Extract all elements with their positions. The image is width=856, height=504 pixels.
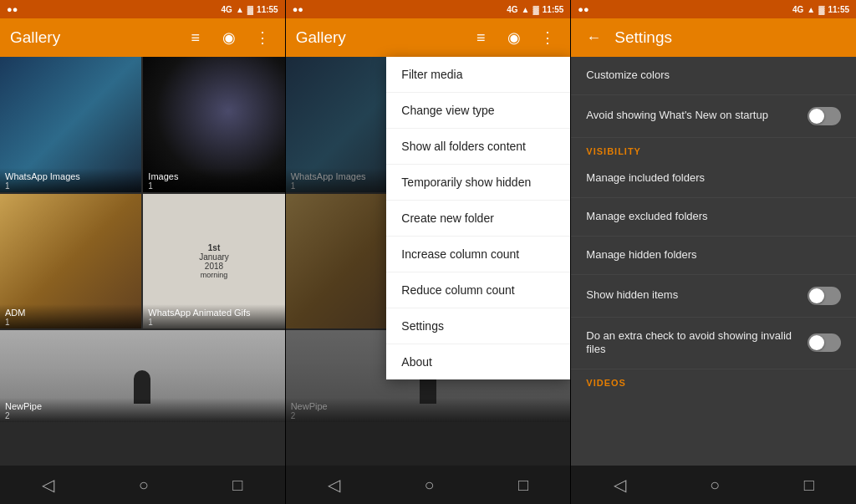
wifi-icon-3: ●● bbox=[578, 4, 588, 14]
wifi-icon: ●● bbox=[7, 4, 18, 14]
nav-bar-3: ◁ ○ □ bbox=[571, 466, 856, 504]
battery-icon: ▓ bbox=[247, 5, 253, 14]
menu-create-new-folder[interactable]: Create new folder bbox=[386, 201, 570, 237]
recents-nav-3[interactable]: □ bbox=[804, 476, 814, 495]
extra-check-toggle[interactable] bbox=[808, 333, 841, 352]
show-hidden-toggle[interactable] bbox=[808, 287, 841, 305]
visibility-section-label: VISIBILITY bbox=[571, 138, 856, 160]
manage-excluded-label: Manage excluded folders bbox=[586, 210, 841, 224]
settings-customize-colors[interactable]: Customize colors bbox=[571, 57, 856, 95]
status-bar-2: ●● 4G ▲ ▓ 11:55 bbox=[286, 0, 571, 18]
network-type: 4G bbox=[222, 5, 232, 14]
network-type-3: 4G bbox=[792, 5, 803, 14]
status-left-3: ●● bbox=[578, 4, 588, 14]
menu-settings[interactable]: Settings bbox=[386, 308, 570, 344]
item-label-2-newpipe: NewPipe 2 bbox=[286, 398, 571, 422]
manage-hidden-label: Manage hidden folders bbox=[586, 248, 841, 262]
menu-temporarily-show-hidden[interactable]: Temporarily show hidden bbox=[386, 165, 570, 201]
customize-colors-label: Customize colors bbox=[586, 69, 841, 83]
menu-about[interactable]: About bbox=[386, 344, 570, 379]
status-left: ●● bbox=[7, 4, 18, 14]
home-nav-2[interactable]: ○ bbox=[424, 476, 434, 495]
menu-filter-media[interactable]: Filter media bbox=[386, 57, 570, 93]
time-display-2: 11:55 bbox=[543, 5, 564, 14]
settings-avoid-whats-new[interactable]: Avoid showing What's New on startup bbox=[571, 95, 856, 138]
back-nav[interactable]: ◁ bbox=[42, 475, 54, 495]
avoid-whats-new-label: Avoid showing What's New on startup bbox=[586, 109, 808, 123]
settings-manage-excluded[interactable]: Manage excluded folders bbox=[571, 198, 856, 237]
gallery-title-2: Gallery bbox=[296, 28, 461, 47]
menu-reduce-column-count[interactable]: Reduce column count bbox=[386, 272, 570, 308]
item-label: WhatsApp Animated Gifs 1 bbox=[143, 304, 284, 328]
app-bar-3: ← Settings bbox=[571, 18, 856, 57]
extra-check-label: Do an extra check to avoid showing inval… bbox=[586, 329, 808, 358]
item-label: NewPipe 2 bbox=[0, 398, 285, 422]
more-button[interactable]: ⋮ bbox=[250, 25, 275, 50]
gallery-grid-1: WhatsApp Images 1 Images 1 ADM 1 1st Jan… bbox=[0, 57, 285, 466]
nav-bar-2: ◁ ○ □ bbox=[286, 466, 571, 504]
more-button-2[interactable]: ⋮ bbox=[535, 25, 560, 50]
settings-extra-check[interactable]: Do an extra check to avoid showing inval… bbox=[571, 318, 856, 370]
manage-included-label: Manage included folders bbox=[586, 171, 841, 186]
avoid-whats-new-toggle[interactable] bbox=[808, 107, 841, 125]
status-bar-1: ●● 4G ▲ ▓ 11:55 bbox=[0, 0, 285, 18]
sort-button[interactable]: ≡ bbox=[183, 25, 208, 50]
signal-icon: ▲ bbox=[236, 5, 244, 14]
item-label: ADM 1 bbox=[0, 304, 141, 328]
time-display: 11:55 bbox=[257, 5, 278, 14]
settings-list: Customize colors Avoid showing What's Ne… bbox=[571, 57, 856, 466]
nav-bar-1: ◁ ○ □ bbox=[0, 466, 285, 504]
home-nav[interactable]: ○ bbox=[139, 476, 149, 495]
item-label: WhatsApp Images 1 bbox=[0, 168, 141, 192]
item-label: Images 1 bbox=[143, 168, 284, 192]
time-display-3: 11:55 bbox=[828, 5, 849, 14]
back-nav-3[interactable]: ◁ bbox=[614, 475, 626, 495]
status-bar-3: ●● 4G ▲ ▓ 11:55 bbox=[571, 0, 856, 18]
status-right-3: 4G ▲ ▓ 11:55 bbox=[792, 5, 849, 14]
network-type-2: 4G bbox=[507, 5, 517, 14]
battery-icon-3: ▓ bbox=[818, 5, 824, 14]
gallery-item-adm[interactable]: ADM 1 bbox=[0, 194, 141, 329]
wifi-icon-2: ●● bbox=[293, 4, 303, 14]
status-left-2: ●● bbox=[293, 4, 303, 14]
status-right: 4G ▲ ▓ 11:55 bbox=[222, 5, 278, 14]
show-hidden-items-label: Show hidden items bbox=[586, 288, 808, 303]
gallery-item-images[interactable]: Images 1 bbox=[143, 57, 284, 192]
sort-button-2[interactable]: ≡ bbox=[468, 25, 493, 50]
camera-button-2[interactable]: ◉ bbox=[502, 25, 527, 50]
gallery-panel-2: ●● 4G ▲ ▓ 11:55 Gallery ≡ ◉ ⋮ WhatsApp I… bbox=[286, 0, 572, 504]
signal-icon-2: ▲ bbox=[522, 5, 530, 14]
back-button-settings[interactable]: ← bbox=[581, 25, 606, 50]
settings-show-hidden-items[interactable]: Show hidden items bbox=[571, 275, 856, 318]
home-nav-3[interactable]: ○ bbox=[710, 476, 720, 495]
back-nav-2[interactable]: ◁ bbox=[328, 475, 340, 495]
gallery-item-animated-gifs[interactable]: 1st January 2018 morning WhatsApp Animat… bbox=[143, 194, 284, 329]
gallery-title-1: Gallery bbox=[10, 28, 175, 47]
menu-increase-column-count[interactable]: Increase column count bbox=[386, 237, 570, 272]
settings-manage-included[interactable]: Manage included folders bbox=[571, 160, 856, 198]
dropdown-menu: Filter media Change view type Show all f… bbox=[386, 57, 570, 379]
status-right-2: 4G ▲ ▓ 11:55 bbox=[507, 5, 563, 14]
battery-icon-2: ▓ bbox=[532, 5, 538, 14]
recents-nav-2[interactable]: □ bbox=[518, 476, 528, 495]
camera-button[interactable]: ◉ bbox=[217, 25, 242, 50]
app-bar-1: Gallery ≡ ◉ ⋮ bbox=[0, 18, 285, 57]
gallery-item-newpipe[interactable]: NewPipe 2 bbox=[0, 330, 285, 422]
settings-manage-hidden[interactable]: Manage hidden folders bbox=[571, 237, 856, 275]
settings-panel: ●● 4G ▲ ▓ 11:55 ← Settings Customize col… bbox=[571, 0, 856, 504]
signal-icon-3: ▲ bbox=[807, 5, 815, 14]
gallery-item-whatsapp-images[interactable]: WhatsApp Images 1 bbox=[0, 57, 141, 192]
videos-section-label: VIDEOS bbox=[571, 369, 856, 391]
settings-title: Settings bbox=[614, 28, 846, 47]
app-bar-2: Gallery ≡ ◉ ⋮ bbox=[286, 18, 571, 57]
menu-show-all-folders[interactable]: Show all folders content bbox=[386, 129, 570, 165]
menu-change-view-type[interactable]: Change view type bbox=[386, 93, 570, 129]
gallery-panel-1: ●● 4G ▲ ▓ 11:55 Gallery ≡ ◉ ⋮ WhatsApp I… bbox=[0, 0, 286, 504]
recents-nav[interactable]: □ bbox=[232, 476, 242, 495]
